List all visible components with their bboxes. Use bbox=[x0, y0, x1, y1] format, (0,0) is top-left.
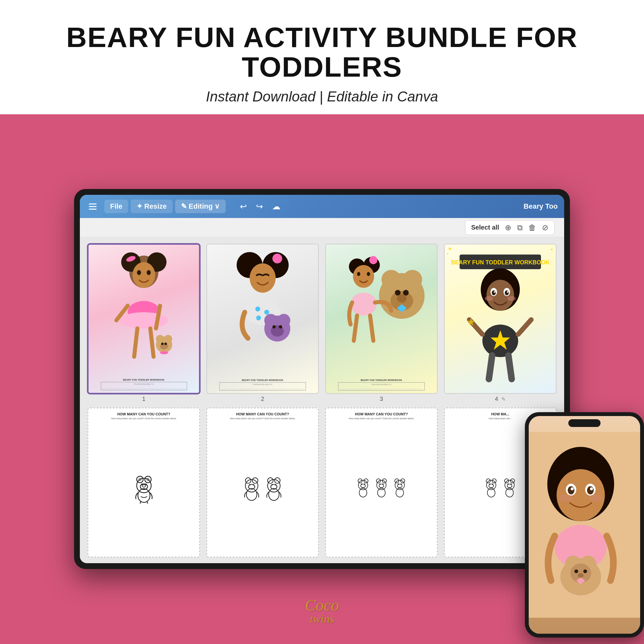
count-2-thumb[interactable]: HOW MANY CAN YOU COUNT? How many bears c… bbox=[206, 408, 319, 557]
hide-icon-btn[interactable]: ⊘ bbox=[542, 223, 548, 232]
cover-3-belongs: THIS BOOK BELONGS TO: bbox=[338, 382, 425, 391]
svg-point-86 bbox=[252, 484, 254, 485]
svg-point-104 bbox=[382, 479, 386, 483]
svg-point-5 bbox=[137, 270, 141, 275]
file-button[interactable]: File bbox=[104, 200, 128, 213]
svg-point-96 bbox=[358, 479, 362, 483]
page-1-thumb[interactable]: BEARY FUN TODDLER WORKBOOK THIS BOOK BEL… bbox=[88, 244, 200, 393]
svg-point-73 bbox=[141, 483, 143, 485]
tablet-mock: File ✦ Resize ✎ Editing ∨ ↩ ↪ ☁ Beary To… bbox=[74, 189, 570, 569]
svg-point-32 bbox=[272, 325, 276, 328]
hamburger-line-1 bbox=[89, 204, 97, 204]
cover-2-belongs: THIS BOOK BELONGS TO: bbox=[219, 382, 306, 391]
count-3-subtitle: How many bears can you count? Circle the… bbox=[349, 417, 414, 420]
page-2-num: 2 bbox=[261, 396, 264, 403]
svg-point-146 bbox=[574, 569, 578, 573]
phone-mock bbox=[525, 412, 644, 638]
resize-button[interactable]: ✦ Resize bbox=[131, 200, 173, 213]
cover-1-illustration bbox=[95, 246, 193, 378]
svg-point-26 bbox=[264, 310, 269, 315]
svg-point-137 bbox=[571, 488, 573, 490]
page-1-num: 1 bbox=[142, 396, 145, 403]
undo-button[interactable]: ↩ bbox=[238, 200, 249, 213]
svg-point-88 bbox=[268, 479, 280, 492]
canva-toolbar: File ✦ Resize ✎ Editing ∨ ↩ ↪ ☁ Beary To… bbox=[80, 195, 564, 218]
page-thumb-4: ★ ★ ★ BEARY FUN TODDLER WORKBOOK bbox=[444, 244, 556, 402]
cover-3-label: BEARY FUN TODDLER WORKBOOK bbox=[361, 379, 402, 381]
svg-point-14 bbox=[156, 335, 164, 343]
hamburger-menu[interactable] bbox=[86, 200, 99, 213]
svg-point-124 bbox=[504, 479, 508, 483]
page-3-num: 3 bbox=[380, 396, 383, 403]
svg-point-6 bbox=[147, 270, 151, 275]
svg-point-81 bbox=[245, 479, 258, 492]
count-thumb-2: HOW MANY CAN YOU COUNT? How many bears c… bbox=[206, 408, 319, 557]
svg-point-57 bbox=[505, 290, 509, 295]
svg-point-125 bbox=[510, 479, 515, 483]
count-3-thumb[interactable]: HOW MANY CAN YOU COUNT? How many bears c… bbox=[325, 408, 438, 557]
svg-point-60 bbox=[485, 296, 493, 301]
svg-point-58 bbox=[494, 291, 495, 293]
svg-point-17 bbox=[161, 343, 164, 345]
svg-point-22 bbox=[272, 254, 282, 263]
main-title: BEARY FUN ACTIVITY BUNDLE FOR TODDLERS bbox=[19, 10, 625, 85]
bear-count-svg-3a bbox=[354, 475, 372, 499]
svg-point-110 bbox=[395, 479, 399, 483]
svg-line-65 bbox=[508, 355, 512, 379]
svg-point-75 bbox=[142, 485, 146, 487]
page-3-thumb[interactable]: BEARY FUN TODDLER WORKBOOK THIS BOOK BEL… bbox=[325, 244, 438, 393]
select-bar: Select all ⊕ ⧉ 🗑 ⊘ bbox=[80, 218, 564, 237]
svg-point-47 bbox=[350, 293, 376, 316]
page-2-thumb[interactable]: BEARY FUN TODDLER WORKBOOK THIS BOOK BEL… bbox=[206, 244, 319, 393]
svg-point-139 bbox=[559, 494, 573, 502]
count-1-thumb[interactable]: HOW MANY CAN YOU COUNT? How many bears c… bbox=[88, 408, 200, 557]
count-thumb-3: HOW MANY CAN YOU COUNT? How many bears c… bbox=[325, 408, 438, 557]
bear-count-svg-4b bbox=[501, 475, 518, 499]
phone-photo-svg bbox=[529, 416, 640, 634]
svg-line-48 bbox=[354, 316, 357, 341]
redo-button[interactable]: ↪ bbox=[254, 200, 265, 213]
svg-point-69 bbox=[137, 478, 151, 493]
svg-point-127 bbox=[507, 484, 509, 485]
bear-count-svg-3c bbox=[391, 475, 409, 499]
svg-point-23 bbox=[250, 263, 276, 293]
svg-point-46 bbox=[367, 272, 370, 276]
svg-point-76 bbox=[138, 489, 150, 503]
header-section: BEARY FUN ACTIVITY BUNDLE FOR TODDLERS I… bbox=[0, 0, 644, 114]
svg-point-99 bbox=[361, 484, 362, 485]
count-4-bears bbox=[482, 422, 518, 553]
tablet-screen: File ✦ Resize ✎ Editing ∨ ↩ ↪ ☁ Beary To… bbox=[80, 195, 564, 563]
svg-point-44 bbox=[353, 265, 374, 288]
editing-button[interactable]: ✎ Editing ∨ bbox=[175, 200, 226, 213]
svg-point-53 bbox=[487, 280, 514, 311]
delete-icon-btn[interactable]: 🗑 bbox=[528, 223, 536, 232]
svg-point-128 bbox=[510, 484, 512, 485]
svg-point-39 bbox=[403, 290, 409, 296]
copy-icon-btn[interactable]: ⧉ bbox=[517, 223, 523, 232]
svg-point-97 bbox=[364, 479, 368, 483]
svg-point-113 bbox=[398, 484, 399, 485]
cloud-button[interactable]: ☁ bbox=[270, 200, 282, 213]
svg-point-59 bbox=[507, 291, 508, 293]
logo-line2: twins bbox=[310, 613, 334, 625]
page-4-num: 4 ✎ bbox=[495, 396, 506, 403]
svg-point-4 bbox=[132, 262, 155, 288]
svg-point-87 bbox=[246, 488, 257, 500]
svg-line-67 bbox=[518, 320, 531, 334]
svg-point-8 bbox=[119, 312, 168, 328]
svg-line-12 bbox=[150, 328, 154, 357]
svg-point-136 bbox=[587, 486, 594, 494]
svg-point-140 bbox=[589, 494, 602, 502]
svg-point-120 bbox=[489, 484, 490, 485]
content-area: File ✦ Resize ✎ Editing ∨ ↩ ↪ ☁ Beary To… bbox=[0, 114, 644, 644]
cover-4-illustration: BEARY FUN TODDLER WORKBOOK bbox=[451, 246, 549, 390]
page-4-thumb[interactable]: ★ ★ ★ BEARY FUN TODDLER WORKBOOK bbox=[444, 244, 556, 393]
pages-area[interactable]: BEARY FUN TODDLER WORKBOOK THIS BOOK BEL… bbox=[80, 237, 564, 563]
svg-line-11 bbox=[134, 328, 137, 357]
svg-point-107 bbox=[382, 484, 384, 485]
svg-point-27 bbox=[256, 316, 261, 320]
edit-pencil-icon[interactable]: ✎ bbox=[501, 396, 506, 402]
bear-count-svg-2a bbox=[241, 473, 262, 502]
svg-text:BEARY FUN TODDLER WORKBOOK: BEARY FUN TODDLER WORKBOOK bbox=[451, 259, 549, 266]
add-icon-btn[interactable]: ⊕ bbox=[505, 223, 511, 232]
